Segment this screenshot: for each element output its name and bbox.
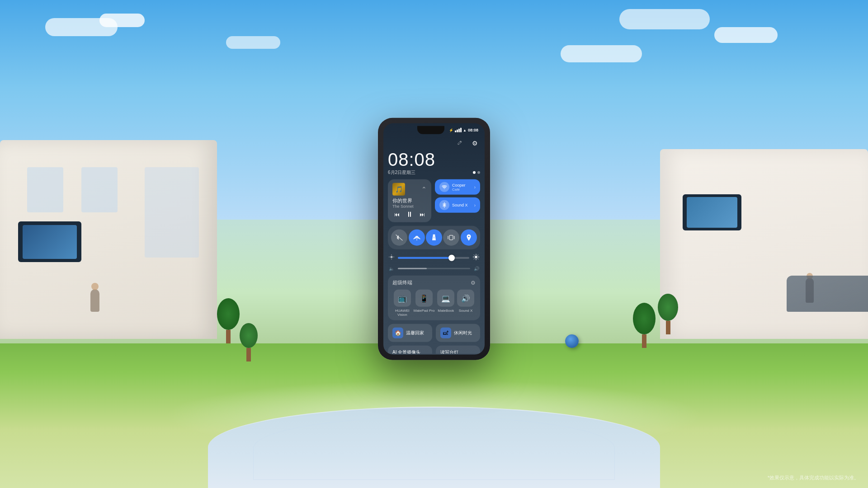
wifi-sub: Café	[452, 188, 472, 192]
toggles-row	[388, 226, 480, 249]
brightness-slider-thumb[interactable]	[448, 255, 455, 261]
svg-line-23	[474, 258, 475, 259]
smart-home-label: 温馨回家	[406, 330, 424, 336]
device-matebook[interactable]: 💻 MateBook	[437, 290, 454, 317]
smart-leisure-label: 休闲时光	[454, 330, 472, 336]
cards-row: 🎵 ⌃ 你的世界 The Sonnet ⏮ ⏸ ⏭	[388, 179, 480, 222]
volume-row: 🔈 🔊	[388, 266, 480, 271]
building-right	[660, 149, 868, 339]
device-vision-label: HUAWEIVision	[395, 309, 410, 317]
status-time: 08:08	[468, 128, 478, 132]
smart-cards-row: 🏠 温馨回家 🛋 休闲时光	[388, 324, 480, 342]
bluetooth-status-icon: ⚡	[449, 128, 453, 132]
terminal-header: 超级终端 ⚙	[392, 279, 476, 286]
volume-slider-track[interactable]	[398, 268, 470, 269]
device-matebook-label: MateBook	[438, 309, 454, 313]
right-cards: Cooper Café ›	[435, 179, 480, 222]
music-card-top: 🎵 ⌃	[392, 183, 427, 196]
mute-toggle[interactable]	[391, 230, 407, 246]
terminal-title: 超级终端	[392, 279, 412, 286]
dots-indicator	[473, 171, 480, 174]
wifi-card[interactable]: Cooper Café ›	[435, 179, 480, 195]
bluetooth-card[interactable]: Sound X ›	[435, 197, 480, 213]
cloud-3	[714, 27, 778, 43]
location-toggle[interactable]	[461, 230, 477, 246]
device-matepad-label: MatePad Pro	[414, 309, 435, 313]
signal-bars	[455, 128, 462, 132]
music-expand-icon[interactable]: ⌃	[421, 186, 427, 193]
phone-container: ⚡ ▲ 08:08	[378, 118, 490, 360]
cloud-5	[226, 36, 280, 49]
devices-row: 📺 HUAWEIVision 📱 MatePad Pro 💻 MateBook	[392, 290, 476, 317]
bluetooth-expand-arrow[interactable]: ›	[474, 203, 476, 208]
cc-content: ⚙ 08:08 6月2日星期三	[383, 136, 485, 354]
wifi-status-indicator: ▲	[463, 128, 467, 132]
ai-card-camera[interactable]: AI 全景摄像头 已开启 | 客厅	[388, 346, 432, 354]
brightness-slider-fill	[398, 257, 452, 259]
signal-toggle[interactable]	[409, 230, 425, 246]
edit-icon[interactable]	[454, 138, 465, 149]
flashlight-toggle[interactable]	[426, 230, 442, 246]
brightness-slider-track[interactable]	[398, 257, 469, 259]
svg-rect-4	[433, 235, 435, 236]
device-matepad-icon: 📱	[415, 290, 433, 307]
svg-point-9	[468, 236, 469, 237]
svg-point-10	[391, 256, 393, 258]
smart-card-leisure[interactable]: 🛋 休闲时光	[436, 324, 480, 342]
volume-high-icon: 🔊	[474, 266, 479, 271]
smart-home-icon: 🏠	[392, 328, 403, 338]
date-row: 6月2日星期三	[388, 169, 480, 176]
bluetooth-name: Sound X	[452, 203, 472, 207]
pathway	[208, 407, 660, 488]
svg-rect-6	[449, 235, 453, 240]
tree-left-1	[217, 298, 240, 343]
status-bar: ⚡ ▲ 08:08	[383, 123, 485, 136]
tree-right-1	[633, 303, 656, 348]
device-matepad-pro[interactable]: 📱 MatePad Pro	[414, 290, 435, 317]
album-art: 🎵	[392, 183, 405, 196]
smart-card-home[interactable]: 🏠 温馨回家	[388, 324, 432, 342]
tree-left-2	[240, 323, 258, 361]
cloud-4	[619, 9, 710, 29]
brightness-row	[388, 254, 480, 262]
svg-point-15	[475, 256, 477, 258]
dot-active	[473, 171, 476, 174]
status-bar-right: ⚡ ▲ 08:08	[449, 128, 478, 132]
song-title: 你的世界	[392, 197, 427, 204]
device-matebook-icon: 💻	[437, 290, 454, 307]
device-huawei-vision[interactable]: 📺 HUAWEIVision	[394, 290, 411, 317]
brightness-low-icon	[389, 254, 394, 261]
next-button[interactable]: ⏭	[420, 211, 425, 218]
ai-card-lamp[interactable]: 读写台灯 已开启 | 客厅	[436, 346, 480, 354]
brightness-high-icon	[473, 254, 479, 262]
phone-body: ⚡ ▲ 08:08	[378, 118, 490, 360]
artist-name: The Sonnet	[392, 204, 427, 209]
volume-low-icon: 🔈	[389, 266, 394, 271]
terminal-gear-icon[interactable]: ⚙	[471, 280, 476, 286]
device-soundx-label: Sound X	[459, 309, 473, 313]
building-left	[0, 140, 217, 339]
device-soundx-icon: 🔊	[457, 290, 474, 307]
time-section: 08:08 6月2日星期三	[388, 150, 480, 176]
decorative-ball	[565, 334, 579, 348]
cloud-2	[99, 14, 145, 27]
status-notch	[417, 126, 444, 134]
ai-lamp-title: 读写台灯	[440, 349, 476, 354]
tree-right-2	[658, 294, 678, 334]
pause-button[interactable]: ⏸	[406, 211, 413, 219]
device-sound-x[interactable]: 🔊 Sound X	[457, 290, 474, 317]
vibrate-toggle[interactable]	[443, 230, 459, 246]
wifi-info: Cooper Café	[452, 183, 472, 192]
wifi-icon	[439, 182, 449, 192]
svg-line-22	[477, 255, 478, 256]
prev-button[interactable]: ⏮	[394, 211, 400, 218]
wifi-expand-arrow[interactable]: ›	[474, 185, 476, 190]
top-icons-row: ⚙	[388, 138, 480, 149]
phone-screen: ⚡ ▲ 08:08	[383, 123, 485, 355]
bluetooth-info: Sound X	[452, 203, 472, 207]
ai-camera-title: AI 全景摄像头	[392, 349, 428, 354]
smart-leisure-icon: 🛋	[440, 328, 451, 338]
settings-icon[interactable]: ⚙	[469, 138, 480, 149]
music-card[interactable]: 🎵 ⌃ 你的世界 The Sonnet ⏮ ⏸ ⏭	[388, 179, 431, 222]
disclaimer-text: *效果仅示意，具体完成功能以实际为准。	[768, 474, 859, 481]
